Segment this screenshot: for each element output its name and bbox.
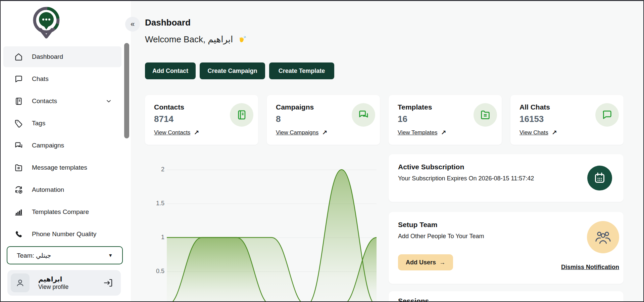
double-chat-icon bbox=[14, 141, 23, 150]
sidebar-item-label: Message templates bbox=[32, 164, 87, 171]
setup-team-title: Setup Team bbox=[398, 221, 437, 229]
dismiss-notification-link[interactable]: Dismiss Notification bbox=[561, 264, 619, 271]
home-icon bbox=[14, 52, 23, 61]
stat-card-all-chats: All Chats 16153 View Chats ↗ bbox=[510, 95, 624, 145]
sidebar-item-label: Campaigns bbox=[32, 142, 64, 149]
chat-bubble-icon bbox=[595, 103, 619, 127]
stat-value: 8714 bbox=[154, 114, 174, 124]
profile-card[interactable]: ابراهيم View profile bbox=[7, 270, 121, 296]
contact-book-icon bbox=[230, 103, 253, 127]
avatar bbox=[11, 273, 30, 292]
area-chart bbox=[167, 155, 377, 301]
calendar-icon bbox=[587, 166, 612, 190]
stat-card-campaigns: Campaigns 8 View Campaigns ↗ bbox=[267, 95, 380, 145]
sidebar-scrollbar-thumb[interactable] bbox=[124, 43, 129, 138]
welcome-text: Welcome Back, ابراهيم bbox=[145, 34, 233, 45]
team-select-value: Team: جيتلي bbox=[17, 252, 51, 259]
chevron-down-icon[interactable] bbox=[105, 98, 112, 104]
sidebar-item-tags[interactable]: Tags bbox=[3, 113, 121, 134]
stat-title: Contacts bbox=[154, 103, 184, 111]
sidebar-item-label: Automation bbox=[32, 186, 64, 193]
automation-gear-icon bbox=[14, 185, 23, 195]
team-select-dropdown[interactable]: Team: جيتلي ▼ bbox=[7, 246, 123, 264]
tag-icon bbox=[14, 119, 23, 128]
double-chat-icon bbox=[352, 103, 375, 127]
view-campaigns-link[interactable]: View Campaigns ↗ bbox=[276, 129, 327, 136]
y-tick-label: 1 bbox=[141, 234, 164, 241]
app-logo-chat-pin bbox=[30, 5, 63, 42]
add-contact-button[interactable]: Add Contact bbox=[145, 62, 196, 79]
sidebar: Dashboard Chats Contacts Tags Campaigns bbox=[0, 0, 131, 302]
folder-template-icon bbox=[14, 163, 23, 172]
create-template-button[interactable]: Create Template bbox=[269, 62, 334, 79]
subscription-expiry-text: Your Subscription Expires On 2026-08-15 … bbox=[398, 175, 534, 182]
create-campaign-button[interactable]: Create Campaign bbox=[200, 62, 265, 79]
partial-card-clipped: Sessions bbox=[389, 291, 624, 302]
stat-value: 16 bbox=[398, 114, 407, 124]
phone-icon bbox=[14, 230, 23, 239]
stat-title: All Chats bbox=[519, 103, 550, 111]
sidebar-item-message-templates[interactable]: Message templates bbox=[3, 157, 121, 178]
stat-card-templates: Templates 16 View Templates ↗ bbox=[389, 95, 502, 145]
profile-name: ابراهيم bbox=[38, 275, 68, 284]
subscription-title: Active Subscription bbox=[398, 163, 464, 171]
setup-team-text: Add Other People To Your Team bbox=[398, 233, 484, 240]
sidebar-item-label: Dashboard bbox=[32, 53, 63, 60]
view-chats-link[interactable]: View Chats ↗ bbox=[519, 129, 557, 136]
logout-icon[interactable] bbox=[103, 278, 113, 288]
arrow-up-right-icon: ↗ bbox=[194, 129, 199, 136]
stat-title: Templates bbox=[398, 103, 432, 111]
setup-team-card: Setup Team Add Other People To Your Team… bbox=[389, 212, 624, 284]
view-contacts-link[interactable]: View Contacts ↗ bbox=[154, 129, 199, 136]
arrow-right-icon: → bbox=[439, 259, 445, 266]
view-profile-link[interactable]: View profile bbox=[38, 284, 68, 291]
waving-hand-icon bbox=[237, 35, 246, 44]
arrow-up-right-icon: ↗ bbox=[441, 129, 446, 136]
y-tick-label: 1.5 bbox=[141, 200, 164, 207]
window-frame-top bbox=[0, 0, 644, 1]
person-icon bbox=[15, 277, 26, 288]
bar-chart-icon bbox=[14, 208, 23, 217]
stat-card-contacts: Contacts 8714 View Contacts ↗ bbox=[145, 95, 258, 145]
y-tick-label: 2 bbox=[141, 166, 164, 173]
stat-title: Campaigns bbox=[276, 103, 314, 111]
sidebar-item-dashboard[interactable]: Dashboard bbox=[3, 46, 121, 67]
arrow-up-right-icon: ↗ bbox=[552, 129, 557, 136]
sidebar-item-chats[interactable]: Chats bbox=[3, 69, 121, 89]
double-chevron-left-icon: « bbox=[131, 20, 135, 29]
stat-value: 8 bbox=[276, 114, 281, 124]
chat-icon bbox=[14, 75, 23, 84]
address-book-icon bbox=[14, 97, 23, 106]
sidebar-item-automation[interactable]: Automation bbox=[3, 179, 121, 200]
sidebar-item-campaigns[interactable]: Campaigns bbox=[3, 135, 121, 156]
people-group-icon bbox=[587, 221, 619, 253]
page-title: Dashboard bbox=[145, 17, 191, 28]
add-users-button[interactable]: Add Users → bbox=[398, 254, 453, 270]
sidebar-item-label: Templates Compare bbox=[32, 208, 89, 216]
sidebar-item-phone-number-quality[interactable]: Phone Number Quality bbox=[3, 224, 121, 245]
stat-value: 16153 bbox=[519, 114, 544, 124]
sidebar-collapse-button[interactable]: « bbox=[125, 17, 140, 32]
folder-template-icon bbox=[474, 103, 497, 127]
sidebar-item-label: Tags bbox=[32, 120, 45, 127]
dropdown-caret-icon: ▼ bbox=[108, 253, 113, 258]
welcome-message: Welcome Back, ابراهيم bbox=[145, 34, 246, 45]
sidebar-item-label: Chats bbox=[32, 75, 49, 83]
y-tick-label: 0.5 bbox=[141, 268, 164, 275]
sidebar-item-label: Phone Number Quality bbox=[32, 230, 96, 238]
view-templates-link[interactable]: View Templates ↗ bbox=[398, 129, 446, 136]
window-frame-left bbox=[0, 0, 1, 302]
sidebar-item-contacts[interactable]: Contacts bbox=[3, 91, 121, 112]
active-subscription-card: Active Subscription Your Subscription Ex… bbox=[389, 154, 624, 202]
sidebar-item-templates-compare[interactable]: Templates Compare bbox=[3, 202, 121, 222]
sidebar-item-label: Contacts bbox=[32, 97, 57, 105]
arrow-up-right-icon: ↗ bbox=[322, 129, 327, 136]
